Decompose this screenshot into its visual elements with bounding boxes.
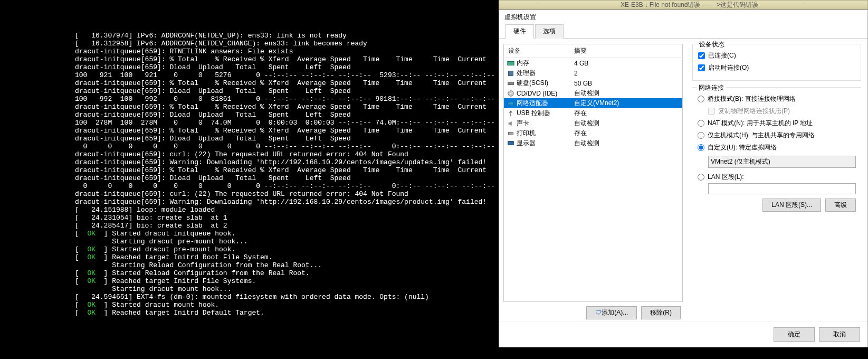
device-row-usb[interactable]: USB 控制器存在 [504,108,682,118]
device-row-cd[interactable]: CD/DVD (IDE)自动检测 [504,88,682,98]
tab-hardware[interactable]: 硬件 [505,24,534,39]
replicate-label: 复制物理网络连接状态(P) [718,107,790,116]
device-name: 内存 [516,59,570,68]
nat-label: NAT 模式(N): 用于共享主机的 IP 地址 [708,119,813,128]
device-row-memory[interactable]: 内存4 GB [504,58,682,68]
radio-lan[interactable]: LAN 区段(L): [698,171,856,183]
add-button[interactable]: 🛡添加(A)... [586,306,637,319]
device-summary: 50 GB [570,80,680,87]
radio-custom[interactable]: 自定义(U): 特定虚拟网络 [698,141,856,154]
custom-network-select[interactable]: VMnet2 (仅主机模式) [708,156,856,168]
sound-icon [506,119,516,128]
svg-rect-2 [508,82,514,84]
cpu-icon [506,69,516,78]
device-summary: 4 GB [570,60,680,67]
device-summary: 存在 [570,129,680,138]
lan-label: LAN 区段(L): [708,173,744,182]
network-connection-group: 网络连接 桥接模式(B): 直接连接物理网络 复制物理网络连接状态(P) NAT… [692,87,861,212]
lan-segments-button[interactable]: LAN 区段(S)... [762,199,821,212]
cancel-button[interactable]: 取消 [819,327,860,342]
device-name: USB 控制器 [516,109,570,118]
network-title: 网络连接 [697,83,726,92]
display-icon [506,139,516,148]
radio-bridge[interactable]: 桥接模式(B): 直接连接物理网络 [698,93,856,105]
device-row-printer[interactable]: 打印机存在 [504,128,682,138]
usb-icon [506,109,516,118]
device-summary: 自动检测 [570,139,680,148]
dialog-tabs: 硬件 选项 [499,24,867,39]
svg-rect-6 [509,132,513,135]
device-name: CD/DVD (IDE) [516,90,570,97]
device-row-display[interactable]: 显示器自动检测 [504,138,682,148]
advanced-button[interactable]: 高级 [825,199,856,212]
terminal-output: [ 16.307974] IPv6: ADDRCONF(NETDEV_UP): … [0,0,499,359]
svg-rect-7 [508,141,514,145]
device-list: 设备 摘要 内存4 GB处理器2硬盘(SCSI)50 GBCD/DVD (IDE… [503,44,683,302]
connected-checkbox[interactable]: 已连接(C) [698,50,855,62]
svg-rect-5 [508,102,514,105]
svg-rect-1 [509,71,513,75]
svg-point-4 [510,92,512,94]
device-name: 硬盘(SCSI) [516,79,570,88]
tab-options[interactable]: 选项 [535,24,564,39]
shield-icon: 🛡 [595,309,602,316]
device-row-disk[interactable]: 硬盘(SCSI)50 GB [504,78,682,88]
device-name: 处理器 [516,69,570,78]
device-row-net[interactable]: 网络适配器自定义(VMnet2) [504,98,682,108]
col-header-device: 设备 [504,44,570,58]
device-row-cpu[interactable]: 处理器2 [504,68,682,78]
device-name: 声卡 [516,119,570,128]
device-summary: 存在 [570,109,680,118]
replicate-checkbox: 复制物理网络连接状态(P) [698,105,856,117]
remove-button[interactable]: 移除(R) [641,306,681,319]
device-summary: 自动检测 [570,119,680,128]
device-name: 打印机 [516,129,570,138]
device-summary: 自动检测 [570,89,680,98]
hostonly-label: 仅主机模式(H): 与主机共享的专用网络 [708,131,815,140]
net-icon [506,99,516,108]
vm-settings-dialog: 虚拟机设置 硬件 选项 设备 摘要 内存4 GB处理器2硬盘(SCSI)50 G… [499,10,868,347]
connect-on-label: 启动时连接(O) [708,63,749,72]
device-row-sound[interactable]: 声卡自动检测 [504,118,682,128]
editor-tab-strip: XE-E3B：File not found错误 —— >这是代码错误 [499,0,868,10]
connected-label: 已连接(C) [708,51,736,60]
lan-segment-input[interactable] [708,183,856,194]
custom-label: 自定义(U): 特定虚拟网络 [708,143,777,152]
device-summary: 自定义(VMnet2) [570,99,680,108]
add-label: 添加(A)... [602,309,628,316]
device-status-group: 设备状态 已连接(C) 启动时连接(O) [692,44,861,81]
connect-on-start-checkbox[interactable]: 启动时连接(O) [698,62,855,74]
dialog-title: 虚拟机设置 [499,10,867,24]
device-name: 网络适配器 [516,99,570,108]
printer-icon [506,129,516,138]
bridge-label: 桥接模式(B): 直接连接物理网络 [708,95,796,103]
device-name: 显示器 [516,139,570,148]
ok-button[interactable]: 确定 [774,327,815,342]
svg-rect-0 [508,61,514,65]
disk-icon [506,79,516,88]
device-summary: 2 [570,70,680,77]
col-header-summary: 摘要 [570,44,682,58]
radio-hostonly[interactable]: 仅主机模式(H): 与主机共享的专用网络 [698,129,856,141]
radio-nat[interactable]: NAT 模式(N): 用于共享主机的 IP 地址 [698,117,856,129]
cd-icon [506,89,516,98]
device-status-title: 设备状态 [697,40,727,49]
memory-icon [506,59,516,68]
